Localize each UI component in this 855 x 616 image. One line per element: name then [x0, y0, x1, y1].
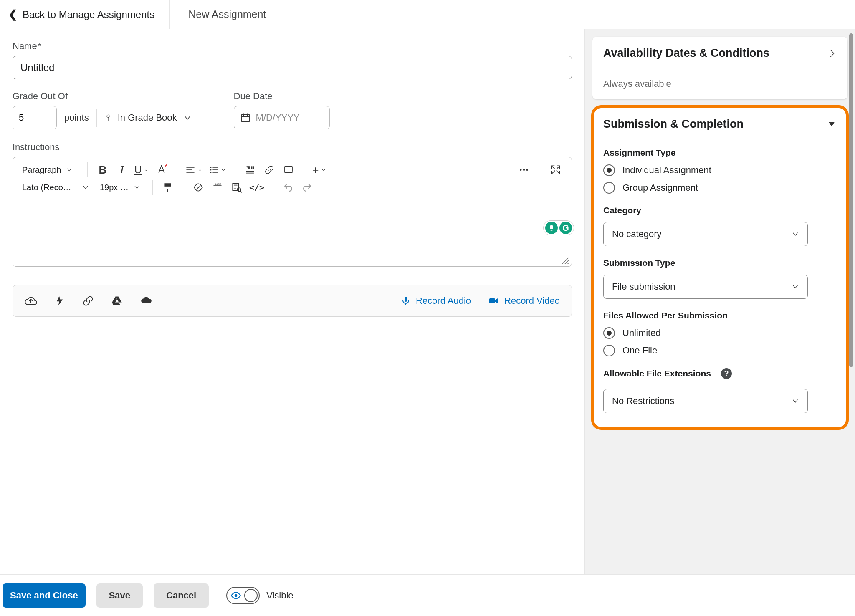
- insert-more-button[interactable]: +: [311, 162, 328, 178]
- assignment-type-label: Assignment Type: [603, 148, 837, 158]
- category-label: Category: [603, 205, 837, 215]
- svg-rect-6: [253, 166, 254, 169]
- files-unlimited-radio[interactable]: Unlimited: [603, 327, 837, 339]
- fullscreen-button[interactable]: [547, 162, 564, 178]
- insert-media-button[interactable]: [242, 162, 258, 178]
- preview-button[interactable]: [228, 179, 245, 196]
- instructions-label: Instructions: [13, 142, 572, 153]
- insert-link-button[interactable]: [261, 162, 278, 178]
- attachment-link-button[interactable]: [82, 293, 94, 308]
- points-label: points: [64, 112, 89, 123]
- underline-button[interactable]: U: [133, 162, 151, 178]
- chevron-right-icon: [827, 48, 837, 59]
- format-painter-button[interactable]: [159, 179, 176, 196]
- svg-point-11: [526, 169, 528, 171]
- submission-type-select[interactable]: File submission: [603, 275, 808, 299]
- quicklink-button[interactable]: [54, 293, 66, 308]
- editor-toolbar-row1: Paragraph B I U: [13, 157, 572, 179]
- align-button[interactable]: [184, 162, 205, 178]
- accessibility-checker-button[interactable]: [190, 179, 207, 196]
- resize-grip-icon[interactable]: [561, 256, 570, 265]
- grammarly-lightbulb-icon: [545, 222, 558, 234]
- submission-title: Submission & Completion: [603, 118, 744, 131]
- back-to-manage-link[interactable]: ❮ Back to Manage Assignments: [0, 0, 170, 29]
- svg-rect-5: [251, 166, 253, 169]
- grade-points-input[interactable]: [13, 106, 57, 129]
- category-group: Category No category: [603, 205, 837, 246]
- files-one-radio[interactable]: One File: [603, 345, 837, 356]
- italic-button[interactable]: I: [114, 162, 130, 178]
- list-button[interactable]: [207, 162, 228, 178]
- individual-assignment-radio[interactable]: Individual Assignment: [603, 164, 837, 176]
- assignment-type-group: Assignment Type Individual Assignment Gr…: [603, 148, 837, 194]
- text-color-button[interactable]: [153, 162, 170, 178]
- line-spacing-button[interactable]: 123: [209, 179, 226, 196]
- editor-toolbar-row2: Lato (Recom… 19px …: [13, 179, 572, 199]
- svg-point-9: [520, 169, 521, 171]
- sidebar: Availability Dates & Conditions Always a…: [584, 29, 855, 574]
- calendar-icon: [240, 112, 251, 123]
- svg-rect-12: [164, 183, 171, 187]
- font-family-select[interactable]: Lato (Recom…: [18, 183, 93, 192]
- triangle-down-icon: [827, 120, 837, 129]
- help-icon[interactable]: ?: [721, 368, 732, 379]
- svg-point-0: [107, 115, 109, 117]
- svg-point-8: [286, 168, 288, 169]
- svg-text:1: 1: [215, 182, 217, 185]
- category-select[interactable]: No category: [603, 222, 808, 246]
- scrollbar-thumb[interactable]: [849, 33, 853, 367]
- footer: Save and Close Save Cancel Visible: [0, 574, 855, 616]
- svg-rect-20: [489, 298, 495, 303]
- save-and-close-button[interactable]: Save and Close: [3, 583, 86, 608]
- chevron-down-icon: [183, 113, 192, 122]
- gradebook-dropdown[interactable]: In Grade Book: [104, 112, 192, 123]
- svg-text:2: 2: [217, 182, 219, 185]
- editor-content-area[interactable]: G: [13, 199, 572, 266]
- visibility-label: Visible: [266, 590, 293, 601]
- upload-file-button[interactable]: [25, 293, 37, 308]
- svg-point-10: [523, 169, 525, 171]
- font-size-select[interactable]: 19px …: [96, 183, 146, 192]
- grammarly-widget[interactable]: G: [543, 220, 574, 235]
- bold-button[interactable]: B: [94, 162, 111, 178]
- visibility-toggle[interactable]: Visible: [226, 587, 293, 604]
- redo-button[interactable]: [299, 179, 316, 196]
- availability-title: Availability Dates & Conditions: [603, 47, 769, 60]
- cancel-button[interactable]: Cancel: [154, 583, 209, 608]
- name-input[interactable]: [13, 56, 572, 79]
- files-allowed-label: Files Allowed Per Submission: [603, 311, 837, 321]
- attachment-bar: Record Audio Record Video: [13, 285, 572, 317]
- save-button[interactable]: Save: [96, 583, 143, 608]
- svg-point-21: [235, 594, 238, 597]
- onedrive-button[interactable]: [140, 293, 153, 308]
- divider: [96, 109, 97, 127]
- google-drive-button[interactable]: [111, 293, 123, 308]
- svg-point-2: [210, 167, 212, 168]
- submission-completion-panel: Submission & Completion Assignment Type …: [592, 108, 847, 427]
- allowable-extensions-label: Allowable File Extensions: [603, 369, 711, 379]
- chevron-left-icon: ❮: [8, 8, 18, 21]
- rich-text-editor: Paragraph B I U: [13, 157, 572, 267]
- block-style-select[interactable]: Paragraph: [18, 165, 81, 175]
- allowable-extensions-select[interactable]: No Restrictions: [603, 389, 808, 413]
- name-label: Name*: [13, 41, 572, 52]
- group-assignment-radio[interactable]: Group Assignment: [603, 182, 837, 194]
- record-audio-button[interactable]: Record Audio: [401, 295, 471, 306]
- due-date-input[interactable]: M/D/YYYY: [234, 106, 330, 129]
- due-date-placeholder: M/D/YYYY: [256, 112, 300, 123]
- submission-panel-header[interactable]: Submission & Completion: [603, 118, 837, 131]
- svg-point-3: [210, 169, 212, 171]
- gradebook-label: In Grade Book: [118, 112, 177, 123]
- workspace: Name* Grade Out Of points In Grade Book: [0, 29, 855, 574]
- more-actions-button[interactable]: [516, 162, 532, 178]
- availability-panel-header[interactable]: Availability Dates & Conditions: [603, 47, 837, 60]
- due-date-field: Due Date M/D/YYYY: [234, 91, 330, 129]
- instructions-field: Instructions Paragraph B I U: [13, 142, 572, 267]
- svg-rect-19: [405, 297, 407, 302]
- undo-button[interactable]: [280, 179, 296, 196]
- source-code-button[interactable]: </>: [248, 179, 266, 196]
- record-video-button[interactable]: Record Video: [488, 295, 560, 306]
- insert-image-button[interactable]: [280, 162, 297, 178]
- main-column: Name* Grade Out Of points In Grade Book: [0, 29, 584, 574]
- grammarly-g-icon: G: [559, 222, 572, 234]
